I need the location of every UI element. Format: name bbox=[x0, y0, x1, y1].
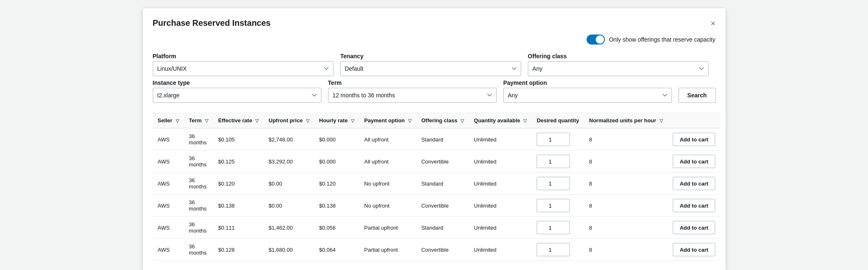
cell-normalized-units: 8 bbox=[584, 217, 668, 239]
cell-desired-quantity bbox=[532, 195, 584, 217]
toggle-label: Only show offerings that reserve capacit… bbox=[609, 36, 716, 43]
quantity-input[interactable] bbox=[537, 221, 570, 234]
search-button[interactable]: Search bbox=[679, 88, 716, 103]
term-label: Term bbox=[328, 79, 497, 86]
cell-term: 36 months bbox=[184, 195, 213, 217]
cell-upfront_price: $2,748.00 bbox=[264, 128, 314, 151]
normalized-units-sort-icon[interactable]: ▽ bbox=[659, 118, 663, 124]
tenancy-label: Tenancy bbox=[340, 53, 521, 59]
payment-option-field: Payment option Any All upfront Partial u… bbox=[503, 79, 672, 103]
offering-class-field: Offering class Any Standard Convertible bbox=[528, 53, 709, 76]
quantity-input[interactable] bbox=[537, 243, 570, 256]
term-sort-icon[interactable]: ▽ bbox=[205, 118, 208, 124]
cell-action: Add to cart bbox=[668, 128, 721, 151]
offering-class-sort-icon[interactable]: ▽ bbox=[460, 118, 464, 124]
add-to-cart-button[interactable]: Add to cart bbox=[673, 221, 716, 234]
cell-hourly_rate: $0.000 bbox=[314, 151, 359, 173]
cell-upfront_price: $1,462.00 bbox=[264, 217, 314, 239]
cell-action: Add to cart bbox=[668, 151, 721, 173]
cell-effective_rate: $0.105 bbox=[213, 128, 264, 151]
table-header: Seller ▽ Term ▽ Effective rate ▽ Upfront… bbox=[153, 113, 721, 129]
offering-class-select[interactable]: Any Standard Convertible bbox=[528, 61, 709, 76]
add-to-cart-button[interactable]: Add to cart bbox=[673, 133, 716, 146]
instance-type-select[interactable]: t2.xlarge t2.large t2.medium t2.small bbox=[153, 88, 321, 103]
table-header-row: Seller ▽ Term ▽ Effective rate ▽ Upfront… bbox=[153, 113, 721, 129]
quantity-input[interactable] bbox=[537, 199, 570, 212]
cell-payment_option: All upfront bbox=[359, 128, 416, 151]
add-to-cart-button[interactable]: Add to cart bbox=[673, 243, 716, 256]
term-select[interactable]: 12 months to 36 months 1 year 3 years bbox=[328, 88, 497, 103]
upfront-price-sort-icon[interactable]: ▽ bbox=[306, 118, 309, 124]
cell-upfront_price: $0.00 bbox=[264, 195, 314, 217]
cell-hourly_rate: $0.120 bbox=[314, 173, 359, 195]
offering-class-label: Offering class bbox=[528, 53, 709, 59]
col-upfront-price: Upfront price ▽ bbox=[264, 113, 314, 129]
cell-payment_option: All upfront bbox=[359, 151, 416, 173]
cell-normalized-units: 8 bbox=[584, 239, 668, 261]
col-quantity-available: Quantity available ▽ bbox=[469, 113, 532, 129]
quantity-input[interactable] bbox=[537, 177, 570, 190]
instance-type-label: Instance type bbox=[153, 79, 321, 86]
cell-offering_class: Convertible bbox=[416, 239, 469, 261]
toggle-row: Only show offerings that reserve capacit… bbox=[153, 35, 716, 45]
cell-quantity_available: Unlimited bbox=[469, 239, 532, 261]
cell-upfront_price: $0.00 bbox=[264, 173, 314, 195]
cell-desired-quantity bbox=[532, 151, 584, 173]
cell-action: Add to cart bbox=[668, 239, 721, 261]
results-table: Seller ▽ Term ▽ Effective rate ▽ Upfront… bbox=[153, 113, 721, 261]
seller-sort-icon[interactable]: ▽ bbox=[176, 118, 179, 124]
cell-seller: AWS bbox=[153, 151, 184, 173]
cell-upfront_price: $1,680.00 bbox=[264, 239, 314, 261]
form-row-1: Platform Linux/UNIX Windows RHEL SUSE Li… bbox=[153, 53, 716, 76]
table-row: AWS36 months$0.138$0.00$0.138No upfrontC… bbox=[153, 195, 721, 217]
cell-effective_rate: $0.125 bbox=[213, 151, 264, 173]
cell-quantity_available: Unlimited bbox=[469, 195, 532, 217]
cell-hourly_rate: $0.064 bbox=[314, 239, 359, 261]
quantity-input[interactable] bbox=[537, 155, 570, 168]
col-payment-option: Payment option ▽ bbox=[359, 113, 416, 129]
platform-field: Platform Linux/UNIX Windows RHEL SUSE Li… bbox=[153, 53, 334, 76]
quantity-input[interactable] bbox=[537, 133, 570, 146]
add-to-cart-button[interactable]: Add to cart bbox=[673, 199, 716, 212]
cell-term: 36 months bbox=[184, 173, 213, 195]
cell-quantity_available: Unlimited bbox=[469, 217, 532, 239]
payment-option-sort-icon[interactable]: ▽ bbox=[408, 118, 411, 124]
table-row: AWS36 months$0.111$1,462.00$0.056Partial… bbox=[153, 217, 721, 239]
col-desired-quantity: Desired quantity bbox=[532, 113, 584, 129]
table-row: AWS36 months$0.125$3,292.00$0.000All upf… bbox=[153, 151, 721, 173]
term-field: Term 12 months to 36 months 1 year 3 yea… bbox=[328, 79, 497, 103]
cell-seller: AWS bbox=[153, 239, 184, 261]
platform-select[interactable]: Linux/UNIX Windows RHEL SUSE Linux bbox=[153, 61, 334, 76]
cell-action: Add to cart bbox=[668, 217, 721, 239]
cell-desired-quantity bbox=[532, 239, 584, 261]
cell-term: 36 months bbox=[184, 151, 213, 173]
tenancy-select[interactable]: Default Dedicated Host bbox=[340, 61, 521, 76]
cell-seller: AWS bbox=[153, 217, 184, 239]
close-button[interactable]: × bbox=[711, 19, 716, 27]
quantity-available-sort-icon[interactable]: ▽ bbox=[523, 118, 527, 124]
add-to-cart-button[interactable]: Add to cart bbox=[673, 177, 716, 190]
payment-option-label: Payment option bbox=[503, 79, 672, 86]
col-normalized-units: Normalized units per hour ▽ bbox=[584, 113, 668, 129]
cell-payment_option: Partial upfront bbox=[359, 217, 416, 239]
reserve-capacity-toggle[interactable] bbox=[587, 35, 605, 45]
table-row: AWS36 months$0.105$2,748.00$0.000All upf… bbox=[153, 128, 721, 151]
cell-seller: AWS bbox=[153, 173, 184, 195]
cell-effective_rate: $0.128 bbox=[213, 239, 264, 261]
cell-payment_option: No upfront bbox=[359, 173, 416, 195]
cell-term: 36 months bbox=[184, 128, 213, 151]
cell-normalized-units: 8 bbox=[584, 128, 668, 151]
modal-header: Purchase Reserved Instances × bbox=[153, 18, 716, 28]
purchase-reserved-instances-modal: Purchase Reserved Instances × Only show … bbox=[143, 8, 726, 270]
effective-rate-sort-icon[interactable]: ▽ bbox=[255, 118, 259, 124]
tenancy-field: Tenancy Default Dedicated Host bbox=[340, 53, 521, 76]
table-body: AWS36 months$0.105$2,748.00$0.000All upf… bbox=[153, 128, 721, 261]
cell-desired-quantity bbox=[532, 128, 584, 151]
cell-offering_class: Standard bbox=[416, 217, 469, 239]
hourly-rate-sort-icon[interactable]: ▽ bbox=[351, 118, 354, 124]
add-to-cart-button[interactable]: Add to cart bbox=[673, 155, 716, 168]
payment-option-select[interactable]: Any All upfront Partial upfront No upfro… bbox=[503, 88, 672, 103]
platform-label: Platform bbox=[153, 53, 334, 59]
instance-type-field: Instance type t2.xlarge t2.large t2.medi… bbox=[153, 79, 321, 103]
form-row-2: Instance type t2.xlarge t2.large t2.medi… bbox=[153, 79, 716, 103]
